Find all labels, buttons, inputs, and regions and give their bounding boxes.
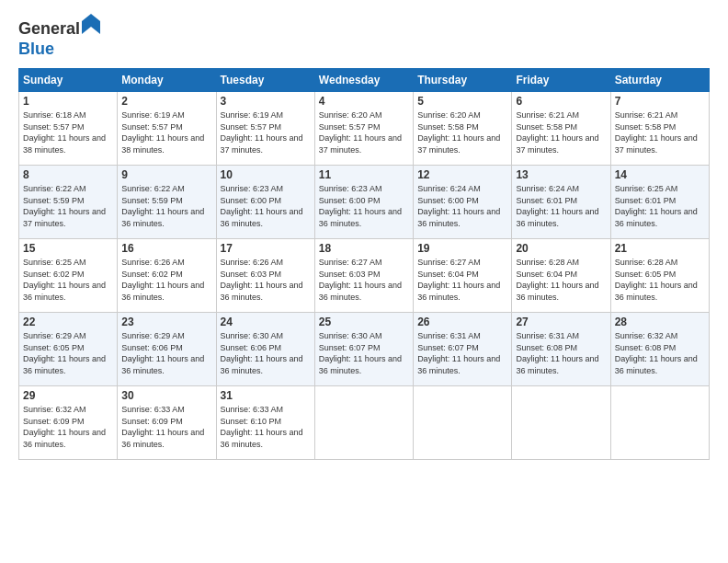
day-number: 15 [23,242,113,255]
day-info: Sunrise: 6:30 AMSunset: 6:07 PMDaylight:… [319,330,409,376]
calendar-cell: 4Sunrise: 6:20 AMSunset: 5:57 PMDaylight… [314,92,413,166]
calendar-cell: 1Sunrise: 6:18 AMSunset: 5:57 PMDaylight… [19,92,118,166]
day-info: Sunrise: 6:25 AMSunset: 6:01 PMDaylight:… [615,183,705,229]
day-number: 1 [23,95,113,108]
day-info: Sunrise: 6:29 AMSunset: 6:05 PMDaylight:… [23,330,113,376]
calendar-cell: 22Sunrise: 6:29 AMSunset: 6:05 PMDayligh… [19,313,118,386]
calendar-cell: 27Sunrise: 6:31 AMSunset: 6:08 PMDayligh… [512,313,610,386]
page-container: General Blue SundayMondayTuesdayWednesda… [0,0,728,469]
day-number: 27 [516,316,606,328]
calendar-cell [610,386,709,460]
logo-general-text: General [18,19,80,38]
day-info: Sunrise: 6:29 AMSunset: 6:06 PMDaylight:… [121,330,211,376]
calendar-cell: 20Sunrise: 6:28 AMSunset: 6:04 PMDayligh… [512,239,610,313]
calendar-cell: 10Sunrise: 6:23 AMSunset: 6:00 PMDayligh… [216,166,314,239]
day-number: 26 [417,316,507,328]
calendar-cell: 9Sunrise: 6:22 AMSunset: 5:59 PMDaylight… [118,166,216,239]
weekday-header-wednesday: Wednesday [314,69,413,92]
calendar-cell: 28Sunrise: 6:32 AMSunset: 6:08 PMDayligh… [610,313,709,386]
weekday-header-sunday: Sunday [19,69,118,92]
day-number: 13 [516,168,606,181]
header: General Blue [18,14,710,59]
day-info: Sunrise: 6:26 AMSunset: 6:03 PMDaylight:… [221,257,311,303]
calendar-cell [414,386,512,460]
calendar-week-1: 1Sunrise: 6:18 AMSunset: 5:57 PMDaylight… [19,92,710,166]
day-number: 12 [417,168,507,181]
day-number: 6 [516,95,606,108]
calendar-cell: 15Sunrise: 6:25 AMSunset: 6:02 PMDayligh… [19,239,118,313]
calendar-cell: 23Sunrise: 6:29 AMSunset: 6:06 PMDayligh… [118,313,216,386]
day-number: 30 [121,389,211,402]
day-number: 25 [319,316,409,328]
calendar-week-3: 15Sunrise: 6:25 AMSunset: 6:02 PMDayligh… [19,239,710,313]
calendar-week-2: 8Sunrise: 6:22 AMSunset: 5:59 PMDaylight… [19,166,710,239]
day-info: Sunrise: 6:33 AMSunset: 6:10 PMDaylight:… [221,404,311,450]
day-info: Sunrise: 6:27 AMSunset: 6:03 PMDaylight:… [319,257,409,303]
calendar-cell: 7Sunrise: 6:21 AMSunset: 5:58 PMDaylight… [610,92,709,166]
logo-blue-text: Blue [18,40,54,58]
calendar-cell: 30Sunrise: 6:33 AMSunset: 6:09 PMDayligh… [118,386,216,460]
day-number: 14 [615,168,705,181]
day-number: 4 [319,95,409,108]
day-info: Sunrise: 6:28 AMSunset: 6:04 PMDaylight:… [516,257,606,303]
day-info: Sunrise: 6:24 AMSunset: 6:01 PMDaylight:… [516,183,606,229]
day-info: Sunrise: 6:32 AMSunset: 6:09 PMDaylight:… [23,404,113,450]
day-info: Sunrise: 6:31 AMSunset: 6:07 PMDaylight:… [417,330,507,376]
weekday-header-saturday: Saturday [610,69,709,92]
calendar-header-row: SundayMondayTuesdayWednesdayThursdayFrid… [19,69,710,92]
day-number: 23 [121,316,211,328]
day-number: 2 [121,95,211,108]
day-number: 19 [417,242,507,255]
calendar-cell: 11Sunrise: 6:23 AMSunset: 6:00 PMDayligh… [314,166,413,239]
day-number: 16 [121,242,211,255]
day-info: Sunrise: 6:21 AMSunset: 5:58 PMDaylight:… [615,109,705,155]
day-info: Sunrise: 6:23 AMSunset: 6:00 PMDaylight:… [319,183,409,229]
day-number: 22 [23,316,113,328]
day-number: 28 [615,316,705,328]
day-number: 9 [121,168,211,181]
svg-marker-0 [82,14,100,34]
day-info: Sunrise: 6:26 AMSunset: 6:02 PMDaylight:… [121,257,211,303]
calendar-table: SundayMondayTuesdayWednesdayThursdayFrid… [18,68,710,460]
calendar-cell: 16Sunrise: 6:26 AMSunset: 6:02 PMDayligh… [118,239,216,313]
day-number: 5 [417,95,507,108]
logo-icon [82,14,100,34]
day-number: 8 [23,168,113,181]
day-number: 3 [221,95,311,108]
day-info: Sunrise: 6:28 AMSunset: 6:05 PMDaylight:… [615,257,705,303]
calendar-cell: 8Sunrise: 6:22 AMSunset: 5:59 PMDaylight… [19,166,118,239]
day-info: Sunrise: 6:27 AMSunset: 6:04 PMDaylight:… [417,257,507,303]
day-number: 21 [615,242,705,255]
calendar-cell: 25Sunrise: 6:30 AMSunset: 6:07 PMDayligh… [314,313,413,386]
calendar-cell: 5Sunrise: 6:20 AMSunset: 5:58 PMDaylight… [414,92,512,166]
day-number: 18 [319,242,409,255]
day-info: Sunrise: 6:30 AMSunset: 6:06 PMDaylight:… [221,330,311,376]
calendar-cell: 2Sunrise: 6:19 AMSunset: 5:57 PMDaylight… [118,92,216,166]
day-number: 11 [319,168,409,181]
day-info: Sunrise: 6:19 AMSunset: 5:57 PMDaylight:… [221,109,311,155]
weekday-header-tuesday: Tuesday [216,69,314,92]
calendar-cell: 6Sunrise: 6:21 AMSunset: 5:58 PMDaylight… [512,92,610,166]
day-info: Sunrise: 6:31 AMSunset: 6:08 PMDaylight:… [516,330,606,376]
day-info: Sunrise: 6:18 AMSunset: 5:57 PMDaylight:… [23,109,113,155]
day-info: Sunrise: 6:22 AMSunset: 5:59 PMDaylight:… [121,183,211,229]
weekday-header-thursday: Thursday [414,69,512,92]
day-info: Sunrise: 6:24 AMSunset: 6:00 PMDaylight:… [417,183,507,229]
calendar-cell: 19Sunrise: 6:27 AMSunset: 6:04 PMDayligh… [414,239,512,313]
calendar-week-4: 22Sunrise: 6:29 AMSunset: 6:05 PMDayligh… [19,313,710,386]
weekday-header-friday: Friday [512,69,610,92]
calendar-cell: 29Sunrise: 6:32 AMSunset: 6:09 PMDayligh… [19,386,118,460]
day-number: 24 [221,316,311,328]
day-info: Sunrise: 6:23 AMSunset: 6:00 PMDaylight:… [221,183,311,229]
day-info: Sunrise: 6:33 AMSunset: 6:09 PMDaylight:… [121,404,211,450]
day-number: 29 [23,389,113,402]
day-number: 20 [516,242,606,255]
calendar-cell: 26Sunrise: 6:31 AMSunset: 6:07 PMDayligh… [414,313,512,386]
day-info: Sunrise: 6:25 AMSunset: 6:02 PMDaylight:… [23,257,113,303]
calendar-cell: 24Sunrise: 6:30 AMSunset: 6:06 PMDayligh… [216,313,314,386]
day-number: 10 [221,168,311,181]
day-info: Sunrise: 6:22 AMSunset: 5:59 PMDaylight:… [23,183,113,229]
logo: General Blue [18,14,100,59]
day-info: Sunrise: 6:20 AMSunset: 5:57 PMDaylight:… [319,109,409,155]
calendar-cell: 21Sunrise: 6:28 AMSunset: 6:05 PMDayligh… [610,239,709,313]
